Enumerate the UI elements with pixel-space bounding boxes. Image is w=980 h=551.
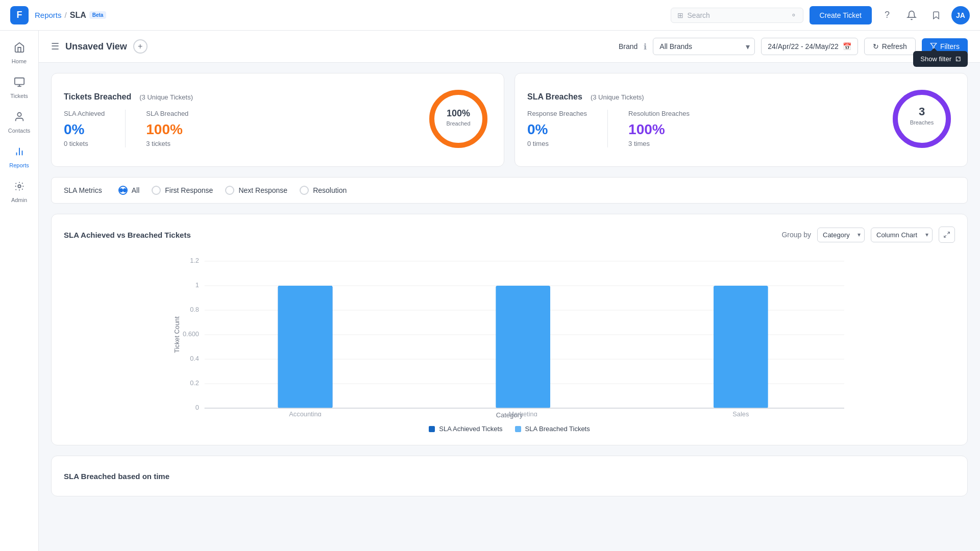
legend-achieved-label: SLA Achieved Tickets — [439, 425, 502, 433]
radio-first-response[interactable]: First Response — [152, 186, 213, 195]
search-box[interactable]: ⊞ Search ⚬ — [671, 8, 803, 23]
sidebar-item-reports[interactable]: Reports — [3, 141, 36, 173]
svg-text:0.600: 0.600 — [183, 330, 199, 338]
show-filter-tooltip[interactable]: Show filter ⚁ — [913, 51, 968, 67]
date-range-text: 24/Apr/22 - 24/May/22 — [768, 42, 839, 51]
sla-metrics-bar: SLA Metrics All First Response Next Resp… — [51, 177, 968, 204]
search-placeholder: Search — [688, 11, 710, 19]
expand-button[interactable] — [939, 227, 955, 243]
svg-text:Sales: Sales — [732, 410, 749, 416]
svg-text:0.4: 0.4 — [190, 355, 199, 362]
calendar-icon: 📅 — [843, 42, 851, 51]
app-logo[interactable]: F — [10, 6, 29, 24]
sla-metrics-label: SLA Metrics — [64, 186, 102, 194]
svg-point-14 — [895, 92, 948, 145]
response-times: 0 times — [527, 140, 587, 147]
breadcrumb-reports[interactable]: Reports — [35, 11, 62, 19]
radio-next-response[interactable]: Next Response — [225, 186, 287, 195]
hamburger-icon[interactable]: ☰ — [51, 41, 59, 52]
svg-text:1.2: 1.2 — [190, 257, 199, 264]
radio-all-label: All — [132, 186, 140, 194]
brand-info-icon[interactable]: ℹ — [644, 42, 647, 52]
bookmarks-icon[interactable] — [927, 6, 945, 24]
sidebar-item-tickets[interactable]: Tickets — [3, 71, 36, 104]
cards-row: Tickets Breached (3 Unique Tickets) SLA … — [39, 63, 980, 177]
svg-rect-34 — [496, 286, 550, 408]
create-ticket-button[interactable]: Create Ticket — [810, 6, 872, 24]
svg-text:0: 0 — [195, 404, 199, 411]
brand-select[interactable]: All Brands — [653, 38, 755, 55]
help-icon[interactable]: ? — [878, 6, 896, 24]
toggle-icon: ⚁ — [955, 56, 961, 63]
refresh-button[interactable]: ↻ Refresh — [864, 38, 916, 55]
svg-point-7 — [18, 185, 21, 188]
sla-achieved-metric: SLA Achieved 0% 0 tickets — [64, 110, 105, 147]
date-picker[interactable]: 24/Apr/22 - 24/May/22 📅 — [761, 38, 858, 55]
group-by-select[interactable]: Category Priority Agent — [817, 228, 865, 242]
sla-breached-value: 100% — [146, 121, 188, 138]
resolution-breaches-metric: Resolution Breaches 100% 3 times — [628, 110, 690, 147]
chart-type-select-wrapper: Column Chart Bar Chart Line Chart ▾ — [871, 228, 933, 242]
sla-breaches-card: SLA Breaches (3 Unique Tickets) Response… — [514, 73, 968, 167]
radio-btn-all — [118, 186, 128, 195]
filters-label: Filters — [940, 42, 960, 51]
group-by-select-wrapper: Category Priority Agent ▾ — [817, 228, 865, 242]
svg-text:Breaches: Breaches — [910, 119, 934, 126]
tickets-breached-title: Tickets Breached (3 Unique Tickets) — [64, 92, 415, 102]
breached-time-title: SLA Breached based on time — [64, 472, 169, 481]
sla-breaches-info: SLA Breaches (3 Unique Tickets) Response… — [527, 92, 878, 147]
response-breaches-metric: Response Breaches 0% 0 times — [527, 110, 587, 147]
refresh-icon: ↻ — [873, 42, 879, 51]
sla-breaches-subtitle: (3 Unique Tickets) — [591, 93, 644, 101]
radio-group: All First Response Next Response Resolut… — [118, 186, 347, 195]
sla-breached-metric: SLA Breached 100% 3 tickets — [146, 110, 188, 147]
sidebar-item-home[interactable]: Home — [3, 37, 36, 69]
breadcrumb-separator: / — [65, 11, 67, 19]
metric-divider-2 — [607, 110, 608, 147]
sidebar-contacts-label: Contacts — [8, 128, 30, 134]
beta-badge: Beta — [89, 11, 107, 19]
chart-header: SLA Achieved vs Breached Tickets Group b… — [64, 227, 955, 243]
chart-controls: Group by Category Priority Agent ▾ Colum… — [781, 227, 955, 243]
chart-legend: SLA Achieved Tickets SLA Breached Ticket… — [64, 425, 955, 433]
svg-text:1: 1 — [195, 281, 199, 289]
svg-text:Marketing: Marketing — [509, 410, 537, 416]
legend-achieved: SLA Achieved Tickets — [429, 425, 502, 433]
refresh-label: Refresh — [882, 42, 907, 51]
sla-breaches-donut: 3 Breaches — [889, 86, 955, 154]
sidebar-admin-label: Admin — [11, 197, 27, 203]
brand-label: Brand — [619, 42, 638, 51]
sidebar: Home Tickets Contacts Reports Admin — [0, 31, 39, 551]
sidebar-item-contacts[interactable]: Contacts — [3, 106, 36, 139]
radio-all[interactable]: All — [118, 186, 140, 195]
sidebar-reports-label: Reports — [9, 162, 29, 168]
notifications-icon[interactable] — [902, 6, 921, 24]
radio-resolution[interactable]: Resolution — [300, 186, 347, 195]
radio-btn-first — [152, 186, 161, 195]
tickets-breached-donut: 100% Breached — [425, 86, 492, 154]
top-navigation: F Reports / SLA Beta ⊞ Search ⚬ Create T… — [0, 0, 980, 31]
tickets-breached-subtitle: (3 Unique Tickets) — [139, 93, 193, 101]
sidebar-tickets-label: Tickets — [10, 93, 28, 99]
avatar[interactable]: JA — [951, 6, 970, 24]
home-icon — [14, 42, 25, 56]
svg-rect-0 — [14, 78, 23, 85]
view-title: Unsaved View — [65, 41, 127, 52]
sla-breached-label: SLA Breached — [146, 110, 188, 117]
sidebar-item-admin[interactable]: Admin — [3, 176, 36, 208]
tickets-breached-metrics: SLA Achieved 0% 0 tickets SLA Breached 1… — [64, 110, 415, 147]
svg-point-3 — [17, 113, 21, 116]
sidebar-home-label: Home — [12, 58, 27, 64]
svg-text:Breached: Breached — [446, 120, 470, 127]
breadcrumb: Reports / SLA Beta — [35, 11, 106, 20]
svg-text:Ticket Count: Ticket Count — [173, 316, 181, 353]
add-view-button[interactable]: + — [133, 39, 148, 54]
breached-time-chart-section: SLA Breached based on time — [51, 456, 968, 496]
reports-icon — [14, 146, 25, 160]
radio-first-label: First Response — [165, 186, 213, 194]
radio-btn-resolution — [300, 186, 309, 195]
svg-point-10 — [432, 92, 485, 145]
chart-type-select[interactable]: Column Chart Bar Chart Line Chart — [871, 228, 933, 242]
chart-title: SLA Achieved vs Breached Tickets — [64, 231, 191, 239]
group-by-label: Group by — [781, 231, 811, 239]
